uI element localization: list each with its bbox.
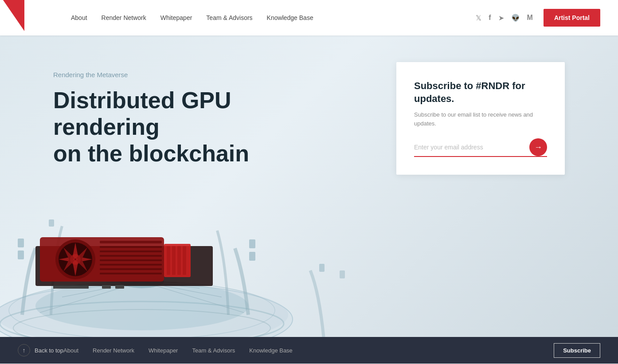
email-form: → [414,138,547,157]
gpu-illustration [0,146,372,337]
email-submit-button[interactable]: → [529,138,547,156]
arrow-right-icon: → [534,143,542,151]
svg-rect-28 [100,250,162,252]
back-to-top-label: Back to top [35,347,63,354]
subscribe-heading: Subscribe to #RNDR for updates. [414,80,547,105]
svg-rect-26 [100,241,162,243]
svg-rect-16 [49,219,54,227]
svg-rect-27 [100,246,162,248]
back-circle: ↑ [18,344,30,356]
svg-rect-38 [183,246,186,275]
hero-section: Rendering the Metaverse Distributed GPU … [0,35,618,337]
footer-nav: About Render Network Whitepaper Team & A… [63,347,536,354]
svg-rect-20 [340,270,345,278]
facebook-icon[interactable]: f [489,14,491,22]
hero-title-line1: Distributed GPU rendering [53,87,231,140]
footer-nav-render-network[interactable]: Render Network [93,347,134,354]
svg-point-4 [35,282,248,330]
reddit-icon[interactable]: 👽 [511,14,520,22]
svg-rect-18 [249,252,255,261]
svg-rect-30 [100,259,162,261]
up-arrow-icon: ↑ [23,347,26,354]
nav-about[interactable]: About [71,14,87,21]
back-to-top-button[interactable]: ↑ Back to top [18,344,63,356]
nav-knowledge-base[interactable]: Knowledge Base [267,14,313,21]
telegram-icon[interactable]: ➤ [498,14,504,22]
svg-rect-37 [177,246,181,275]
nav-team-advisors[interactable]: Team & Advisors [206,14,252,21]
svg-rect-17 [249,239,255,248]
twitter-icon[interactable]: 𝕏 [476,14,481,22]
footer-nav-team-advisors[interactable]: Team & Advisors [192,347,235,354]
logo-text: rndr [30,20,41,24]
email-input[interactable] [414,138,529,156]
svg-rect-39 [53,285,89,289]
medium-icon[interactable]: M [527,14,533,22]
nav-whitepaper[interactable]: Whitepaper [160,14,192,21]
svg-rect-36 [172,246,176,275]
svg-rect-35 [167,246,170,275]
logo[interactable]: rndr [18,0,53,35]
logo-circle [31,11,39,19]
subscribe-description: Subscribe to our email list to receive n… [414,110,547,128]
social-icons: 𝕏 f ➤ 👽 M [476,14,533,22]
footer-nav-knowledge-base[interactable]: Knowledge Base [249,347,293,354]
svg-rect-41 [115,285,124,289]
svg-rect-33 [100,273,162,274]
footer: ↑ Back to top About Render Network White… [0,337,618,364]
svg-rect-29 [100,255,162,257]
footer-nav-about[interactable]: About [63,347,78,354]
footer-nav-whitepaper[interactable]: Whitepaper [149,347,178,354]
svg-rect-19 [319,264,325,272]
nav-render-network[interactable]: Render Network [102,14,146,21]
footer-subscribe-button[interactable]: Subscribe [554,343,600,358]
svg-rect-32 [100,268,162,270]
subscribe-card: Subscribe to #RNDR for updates. Subscrib… [396,62,565,175]
svg-rect-14 [18,239,24,247]
svg-rect-40 [102,285,111,289]
main-nav: About Render Network Whitepaper Team & A… [71,14,476,21]
svg-rect-31 [100,264,162,266]
hero-subtitle: Rendering the Metaverse [53,71,396,78]
artist-portal-button[interactable]: Artist Portal [544,9,600,27]
svg-rect-15 [18,250,24,259]
header: rndr About Render Network Whitepaper Tea… [0,0,618,35]
